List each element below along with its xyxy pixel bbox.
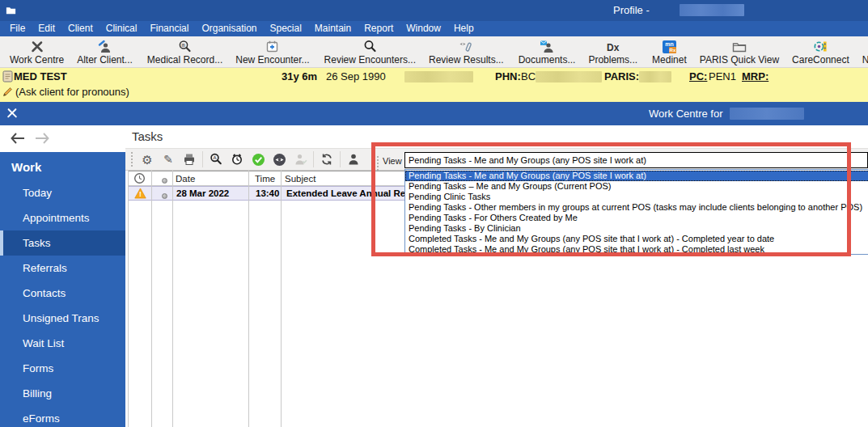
print-icon[interactable] [179,151,200,167]
clock-column-icon[interactable] [133,172,146,186]
sidebar-item-tasks[interactable]: Tasks [0,230,125,256]
menu-item-financial[interactable]: Financial [143,21,195,36]
pronoun-note: (Ask client for pronouns) [15,86,129,98]
redacted-work-centre-user [730,108,804,120]
paris-label: PARIS: [604,70,639,82]
zoom-search-icon[interactable]: A [205,151,227,167]
svg-text:m: m [181,42,184,49]
tasks-panel: Tasks ⚙ ✎ A View Pendi [125,125,868,427]
table-gridline [248,171,249,427]
svg-text:!: ! [139,190,142,198]
toolbar-button-work-centre[interactable]: Work Centre [3,36,70,67]
main-toolbar: Work Centre Alter Client... m Medical Re… [0,36,868,68]
menu-item-special[interactable]: Special [263,21,307,36]
magnifier-record-icon: m [178,38,192,53]
column-header-subject[interactable]: Subject [285,174,315,184]
toolbar-divider [340,151,341,167]
toolbar-button-careconnect[interactable]: CareConnect [785,36,856,67]
toolbar-divider [313,151,314,167]
mrp-label[interactable]: MRP: [742,70,768,82]
menu-item-clinical[interactable]: Clinical [100,21,144,36]
view-option-completed-last-week[interactable]: Completed Tasks - Me and My Groups (any … [405,244,868,255]
crossed-tools-white-icon [6,108,18,122]
edit-pencil-icon[interactable]: ✎ [158,151,179,167]
person-envelope-icon [540,38,554,53]
sidebar-item-appointments[interactable]: Appointments [0,205,125,230]
toolbar-button-alter-client[interactable]: Alter Client... [70,36,139,67]
toolbar-button-paris-quick-view[interactable]: PARIS Quick View [693,36,785,67]
view-option-completed-year-to-date[interactable]: Completed Tasks - Me and My Groups (any … [405,234,868,244]
toolbar-button-review-results[interactable]: Review Results... [422,36,510,67]
redacted-profile-name [680,4,744,16]
sidebar-item-wait-list[interactable]: Wait List [0,331,125,356]
forward-arrow-icon[interactable] [34,132,50,145]
column-header-time[interactable]: Time [255,174,275,184]
redacted-paris-id [639,71,671,82]
menu-item-edit[interactable]: Edit [32,21,61,36]
title-bar: Profile - [0,0,868,21]
toolbar-button-new-intervention[interactable]: New Intervention [856,36,868,67]
view-option-pending-other-members[interactable]: Pending Tasks - Other members in my grou… [405,202,868,213]
clinician-person-icon[interactable] [343,151,364,167]
view-option-pending-clinic[interactable]: Pending Clinic Tasks [405,192,868,202]
task-date: 28 Mar 2022 [176,188,229,198]
sidebar-item-contacts[interactable]: Contacts [0,281,125,306]
pronoun-pencil-icon [2,86,14,99]
view-combobox[interactable]: Pending Tasks - Me and My Groups (any PO… [404,152,868,168]
pc-label[interactable]: PC: [689,70,707,82]
toolbar-button-new-encounter[interactable]: New Encounter... [229,36,315,67]
menu-item-report[interactable]: Report [358,21,400,36]
sidebar-item-referrals[interactable]: Referrals [0,256,125,281]
view-option-pending-me-current-pos[interactable]: Pending Tasks – Me and My Groups (Curren… [405,181,868,192]
navigation-row [0,125,125,152]
sidebar-title: Work [0,152,125,180]
menu-item-help[interactable]: Help [447,21,481,36]
menu-item-organisation[interactable]: Organisation [195,21,263,36]
menu-item-client[interactable]: Client [61,21,100,36]
menu-item-maintain[interactable]: Maintain [308,21,358,36]
refresh-icon[interactable] [316,151,337,167]
client-note-icon [2,70,13,85]
work-centre-for-label: Work Centre for [649,108,723,120]
magnifier-icon [363,38,377,53]
medinet-icon: mnRx [663,38,676,53]
table-gridline [128,171,129,427]
sidebar-item-forms[interactable]: Forms [0,356,125,381]
toolbar-button-review-encounters[interactable]: Review Encounters... [318,36,422,67]
task-time: 13:40 [256,188,279,198]
sidebar-item-today[interactable]: Today [0,180,125,205]
sidebar-item-eforms-management[interactable]: eForms Management [0,406,125,427]
sidebar: Work Today Appointments Tasks Referrals … [0,152,125,427]
view-drag-handle[interactable] [377,156,380,171]
menu-item-file[interactable]: File [3,21,32,36]
complete-check-icon[interactable] [248,151,269,167]
phn-label: PHN: [495,70,521,82]
sidebar-item-billing[interactable]: Billing [0,381,125,406]
toolbar-button-documents[interactable]: Documents... [512,36,582,67]
warning-icon: ! [134,188,146,201]
work-centre-bar: Work Centre for [0,102,868,125]
view-option-pending-me-any-pos[interactable]: Pending Tasks - Me and My Groups (any PO… [405,171,868,181]
view-label: View [383,156,402,166]
view-option-pending-by-clinician[interactable]: Pending Tasks - By Clinician [405,223,868,234]
column-header-date[interactable]: Date [176,174,195,184]
app-window-icon [5,4,17,19]
svg-text:A: A [214,155,217,160]
alarm-clock-icon[interactable] [227,151,248,167]
client-dob: 26 Sep 1990 [326,70,386,82]
toolbar-button-medical-record[interactable]: m Medical Record... [141,36,229,67]
menu-item-window[interactable]: Window [400,21,447,36]
settings-gear-icon[interactable]: ⚙ [137,151,158,167]
careconnect-icon [814,38,828,53]
view-dropdown-list: Pending Tasks - Me and My Groups (any PO… [404,169,868,255]
view-option-pending-for-others[interactable]: Pending Tasks - For Others Created by Me [405,213,868,223]
sidebar-item-unsigned-trans[interactable]: Unsigned Trans [0,306,125,331]
pc-value: PEN1 [709,70,736,82]
toolbar-button-problems[interactable]: Dx Problems... [582,36,644,67]
status-dot-column-icon[interactable] [162,175,167,185]
back-arrow-icon[interactable] [10,132,26,145]
view-eye-icon[interactable] [269,151,290,167]
client-age: 31y 6m [282,70,317,82]
toolbar-drag-handle[interactable] [131,152,134,167]
toolbar-button-medinet[interactable]: mnRx Medinet [646,36,693,67]
